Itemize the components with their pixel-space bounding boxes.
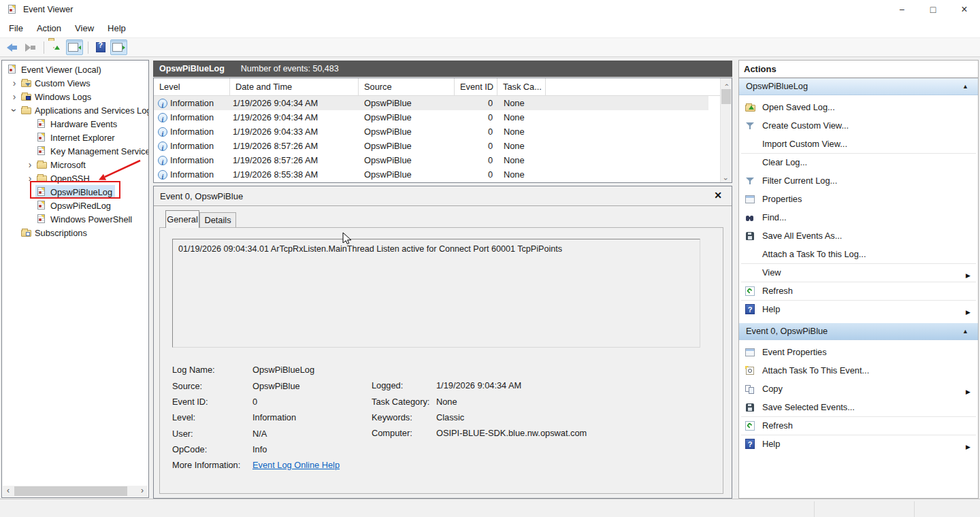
scrollbar-thumb[interactable]	[721, 89, 731, 104]
tree-item[interactable]: Event Viewer (Local)	[2, 63, 148, 76]
forward-arrow-icon[interactable]	[22, 39, 39, 55]
preview-header: Event 0, OpswPiBlue ✕	[154, 186, 732, 206]
tree-item[interactable]: OpswPiBlueLog	[2, 185, 148, 199]
scroll-up-icon[interactable]: ›	[721, 78, 732, 88]
close-button[interactable]: ×	[949, 0, 980, 19]
action-item[interactable]: Attach Task To This Event...	[739, 361, 978, 380]
action-item[interactable]: Save All Events As...	[739, 227, 978, 245]
tree-horizontal-scrollbar[interactable]: ‹ ›	[3, 486, 148, 497]
event-row[interactable]: Information 1/19/2026 8:57:26 AM OpswPiB…	[154, 153, 708, 167]
event-description-box[interactable]: 01/19/2026 09:04:34.01 ArTcpRxListen.Mai…	[172, 239, 700, 348]
column-header[interactable]: Date and Time	[230, 78, 359, 95]
tab-general[interactable]: General	[165, 210, 199, 228]
field-value: Info	[252, 444, 267, 454]
event-row[interactable]: Information 1/19/2026 8:55:38 AM OpswPiB…	[154, 167, 708, 182]
toolbar-separator	[84, 39, 91, 55]
tree-item[interactable]: Microsoft	[2, 158, 148, 171]
menu-item[interactable]: Help	[104, 23, 134, 33]
console-tree-toggle-icon[interactable]	[66, 39, 83, 55]
action-item[interactable]: Properties	[739, 190, 978, 208]
action-item[interactable]: Help	[739, 435, 978, 453]
tree-expander-icon[interactable]	[24, 172, 35, 184]
action-item-label: Refresh	[762, 420, 793, 431]
event-list-scrollbar[interactable]: › ›	[720, 78, 732, 182]
action-item[interactable]: Create Custom View...	[739, 116, 978, 135]
column-header[interactable]: Source	[359, 78, 455, 95]
action-item[interactable]: Help	[739, 300, 978, 318]
action-item[interactable]: Open Saved Log...	[739, 98, 978, 116]
event-list: LevelDate and TimeSourceEvent IDTask Ca.…	[153, 78, 732, 183]
tree-expander-icon[interactable]	[9, 90, 20, 103]
event-row[interactable]: Information 1/19/2026 8:57:26 AM OpswPiB…	[154, 139, 708, 153]
action-item[interactable]: Import Custom View...	[739, 135, 978, 153]
action-item-label: Attach a Task To this Log...	[762, 249, 866, 259]
event-row[interactable]: Information 1/19/2026 9:04:34 AM OpswPiB…	[154, 110, 708, 124]
action-item[interactable]: Copy	[739, 380, 978, 398]
menu-item[interactable]: View	[71, 23, 102, 33]
tree-item[interactable]: Windows Logs	[2, 90, 148, 103]
column-header[interactable]: Event ID	[455, 78, 497, 95]
event-id: 0	[455, 127, 497, 137]
action-item[interactable]: Refresh	[739, 416, 978, 435]
preview-close-icon[interactable]: ✕	[714, 190, 722, 201]
help-icon	[745, 304, 756, 315]
tree-item[interactable]: Subscriptions	[2, 226, 148, 239]
tree-item[interactable]: Custom Views	[2, 76, 148, 90]
filter-icon	[745, 176, 756, 186]
tree-item[interactable]: Key Management Service	[2, 144, 148, 158]
tree-item[interactable]: OpswPiRedLog	[2, 199, 148, 212]
column-header[interactable]: Task Ca...	[497, 78, 546, 95]
tree-item[interactable]: Hardware Events	[2, 117, 148, 131]
actions-section-header[interactable]: OpswPiBlueLog	[739, 78, 978, 95]
event-row[interactable]: Information 1/19/2026 9:04:33 AM OpswPiB…	[154, 124, 708, 139]
event-field-row: Level: Information	[172, 410, 314, 425]
tree-expander-icon[interactable]	[9, 104, 20, 116]
tree-item[interactable]: Applications and Services Logs	[2, 103, 148, 117]
action-item[interactable]: Save Selected Events...	[739, 398, 978, 416]
column-header[interactable]: Level	[154, 78, 230, 95]
tree-item[interactable]: Internet Explorer	[2, 131, 148, 144]
export-log-icon[interactable]	[48, 39, 65, 55]
scroll-left-icon[interactable]: ‹	[3, 486, 14, 497]
menu-item[interactable]: File	[5, 23, 31, 33]
action-item[interactable]: Clear Log...	[739, 153, 978, 171]
action-pane-toggle-icon[interactable]	[110, 39, 127, 55]
folder-icon	[36, 173, 48, 184]
event-task-category: None	[497, 141, 546, 151]
event-id: 0	[455, 112, 497, 122]
event-source: OpswPiBlue	[359, 112, 455, 122]
action-item[interactable]: Refresh	[739, 282, 978, 300]
maximize-button[interactable]: □	[917, 0, 949, 19]
action-item[interactable]: Event Properties	[739, 343, 978, 361]
tree-expander-icon[interactable]	[9, 77, 20, 89]
tree-item-label: Windows PowerShell	[50, 214, 132, 224]
action-item[interactable]: View	[739, 263, 978, 282]
action-item[interactable]: Filter Current Log...	[739, 171, 978, 190]
tree-item[interactable]: Windows PowerShell	[2, 212, 148, 226]
help-icon[interactable]	[92, 39, 109, 55]
tree-expander-icon[interactable]	[24, 159, 35, 171]
scroll-down-icon[interactable]: ›	[721, 172, 732, 182]
scrollbar-thumb[interactable]	[14, 486, 127, 496]
action-item-label: Save Selected Events...	[762, 402, 855, 412]
menu-bar: FileActionViewHelp	[0, 19, 980, 37]
action-item-label: Copy	[762, 384, 783, 394]
action-item[interactable]: Attach a Task To this Log...	[739, 245, 978, 263]
field-value: Classic	[436, 412, 464, 422]
tab-details[interactable]: Details	[199, 212, 236, 228]
event-log-icon	[36, 214, 48, 224]
event-row[interactable]: Information 1/19/2026 9:04:34 AM OpswPiB…	[154, 96, 708, 110]
console-tree-pane: Event Viewer (Local) Custom Views Window…	[1, 60, 149, 498]
action-item[interactable]: Find...	[739, 208, 978, 227]
action-item-label: Help	[762, 304, 780, 314]
minimize-button[interactable]: −	[886, 0, 917, 19]
event-field-row: Logged: 1/19/2026 9:04:34 AM	[372, 378, 587, 393]
back-arrow-icon[interactable]	[3, 39, 20, 55]
menu-item[interactable]: Action	[33, 23, 69, 33]
main-area: Event Viewer (Local) Custom Views Window…	[0, 57, 980, 499]
event-log-online-help-link[interactable]: Event Log Online Help	[252, 460, 340, 470]
scroll-right-icon[interactable]: ›	[137, 486, 148, 497]
actions-section-header[interactable]: Event 0, OpswPiBlue	[739, 323, 978, 340]
event-log-icon	[36, 146, 48, 156]
tree-item[interactable]: OpenSSH	[2, 171, 148, 185]
